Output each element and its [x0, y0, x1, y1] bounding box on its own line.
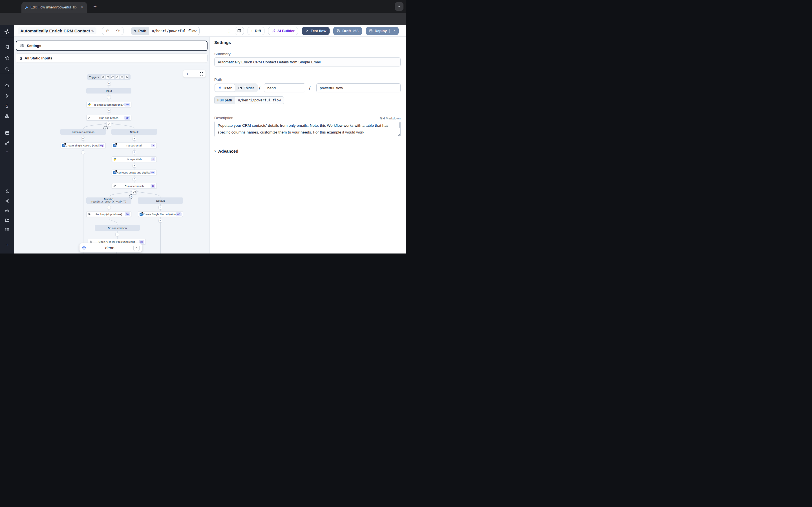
- typescript-deno-icon: TS: [140, 213, 143, 216]
- add-step-button[interactable]: +: [133, 164, 136, 168]
- add-step-button[interactable]: +: [107, 109, 111, 113]
- add-step-button[interactable]: +: [107, 95, 111, 99]
- dollar-icon: $: [20, 56, 22, 61]
- flow-node-ap[interactable]: Run one branch ap: [86, 115, 132, 121]
- close-icon[interactable]: ×: [133, 245, 140, 251]
- sidebar-item-add[interactable]: +: [0, 148, 14, 156]
- path-pill[interactable]: ✎ Path u/henri/powerful_flow: [131, 27, 200, 35]
- kafka-trigger-icon[interactable]: [115, 75, 119, 79]
- deploy-dropdown-chevron[interactable]: [389, 29, 395, 33]
- sidebar-expand-arrow-icon[interactable]: →: [0, 240, 14, 248]
- summary-input[interactable]: Automatically Enrich CRM Contact Details…: [214, 57, 401, 66]
- branch-header-default2[interactable]: Default: [138, 198, 183, 204]
- sidebar-item-workspace[interactable]: [0, 43, 14, 51]
- add-step-button[interactable]: +: [158, 206, 162, 209]
- typescript-deno-icon: TS: [113, 144, 116, 147]
- docs-book-button[interactable]: [235, 27, 244, 35]
- browser-tab[interactable]: Edit Flow u/henri/powerful_flo ×: [21, 2, 87, 13]
- settings-card-label: Settings: [27, 44, 41, 48]
- add-branch-button[interactable]: [106, 122, 111, 127]
- loop-icon: [88, 213, 91, 216]
- route-trigger-icon[interactable]: [110, 75, 114, 79]
- advanced-section-toggle[interactable]: › Advanced: [214, 148, 238, 154]
- add-branch-button[interactable]: [132, 189, 137, 194]
- add-step-button[interactable]: +: [107, 82, 111, 86]
- sidebar-item-runs[interactable]: [0, 92, 14, 100]
- user-toggle[interactable]: User: [215, 84, 235, 92]
- flow-node-a[interactable]: TS Parses email a: [112, 143, 157, 148]
- add-step-button[interactable]: +: [107, 206, 111, 209]
- all-static-inputs-card[interactable]: $ All Static Inputs: [16, 53, 207, 63]
- add-step-button[interactable]: +: [133, 151, 136, 154]
- sidebar-item-home[interactable]: [0, 81, 14, 90]
- step-id-badge: ap: [124, 116, 130, 120]
- ai-builder-button[interactable]: AI Builder: [268, 27, 298, 35]
- flow-name-input[interactable]: powerful_flow: [316, 83, 401, 93]
- draft-shortcut: ⌘S: [353, 29, 359, 33]
- windmill-logo[interactable]: [0, 27, 14, 36]
- sidebar-item-variables[interactable]: $: [0, 102, 14, 110]
- sidebar-item-logs[interactable]: [0, 225, 14, 234]
- branch-header-branch1[interactable]: Branch 1 results.c.some((x)=>x!=""): [86, 198, 132, 204]
- flow-node-an[interactable]: TS Create Single Record (Airtable) an: [138, 211, 183, 217]
- sidebar-item-routes[interactable]: [0, 138, 14, 147]
- tab-title: Edit Flow u/henri/powerful_flo: [31, 5, 80, 9]
- deno-debug-popup[interactable]: deno ×: [80, 243, 142, 252]
- description-textarea[interactable]: Populate your CRM contacts' details from…: [214, 121, 401, 137]
- sidebar-item-resources[interactable]: [0, 112, 14, 120]
- triggers-node[interactable]: Triggers: [87, 74, 131, 80]
- textarea-scrollbar[interactable]: [399, 122, 400, 128]
- diff-button[interactable]: ± Diff: [248, 27, 264, 35]
- undo-button[interactable]: ↶: [102, 27, 113, 35]
- sidebar-item-workers[interactable]: [0, 206, 14, 215]
- flow-node-ac[interactable]: For loop (skip failures) ac: [86, 211, 132, 217]
- test-flow-button[interactable]: Test flow: [302, 27, 329, 35]
- add-step-button[interactable]: +: [81, 151, 85, 154]
- flow-editor-toolbar: Automatically Enrich CRM Contact ✎ ↶ ↷ ✎…: [14, 25, 406, 37]
- deploy-button[interactable]: Deploy: [366, 27, 399, 35]
- flow-node-ao[interactable]: Is email a common one? ao: [86, 102, 132, 107]
- settings-card[interactable]: Settings: [16, 41, 207, 51]
- resize-handle[interactable]: [398, 134, 400, 136]
- tab-search-chevron-icon[interactable]: [395, 2, 403, 11]
- scheduled-poll-trigger-icon[interactable]: [124, 75, 129, 79]
- webhook-trigger-icon[interactable]: [101, 75, 105, 79]
- tab-close-icon[interactable]: ×: [80, 5, 85, 10]
- redo-button[interactable]: ↷: [113, 27, 123, 35]
- add-step-button[interactable]: +: [133, 137, 136, 140]
- add-step-button[interactable]: +: [133, 177, 136, 181]
- draft-button[interactable]: Draft ⌘S: [333, 27, 362, 35]
- flow-node-al[interactable]: Run one branch al: [112, 183, 157, 189]
- sidebar-item-folders[interactable]: [0, 216, 14, 224]
- flow-node-c[interactable]: Scrape Web c: [112, 156, 157, 162]
- branch-header-default[interactable]: Default: [111, 129, 157, 135]
- owner-input[interactable]: henri: [264, 83, 305, 93]
- sidebar-item-schedules[interactable]: [0, 128, 14, 137]
- more-options-icon[interactable]: ⋮: [227, 29, 231, 34]
- email-trigger-icon[interactable]: [120, 75, 124, 79]
- zoom-out-button[interactable]: −: [191, 71, 198, 77]
- zoom-in-button[interactable]: +: [184, 71, 191, 77]
- flow-node-ak[interactable]: TS Removes empty and duplicates ak: [112, 170, 157, 175]
- sidebar-item-users[interactable]: [0, 187, 14, 195]
- browser-toolbar: ← → app.windmill.dev/flows/edit/u/henri/…: [0, 13, 406, 25]
- sidebar-item-settings[interactable]: [0, 196, 14, 205]
- bug-icon: [82, 245, 86, 250]
- sidebar-item-favorites[interactable]: [0, 54, 14, 62]
- flow-node-aq[interactable]: TS Create Single Record (Airtable) aq: [61, 143, 106, 148]
- flow-node-do-one-iteration[interactable]: Do one iteration: [95, 225, 140, 231]
- fit-view-button[interactable]: [198, 71, 205, 77]
- schedule-trigger-icon[interactable]: [106, 75, 110, 79]
- folder-toggle[interactable]: Folder: [235, 84, 257, 92]
- sidebar-item-search[interactable]: [0, 65, 14, 73]
- add-step-button[interactable]: +: [115, 233, 119, 236]
- add-step-button[interactable]: +: [158, 219, 162, 223]
- flow-node-input[interactable]: Input: [86, 88, 132, 94]
- new-tab-button[interactable]: +: [91, 3, 99, 11]
- flow-graph-canvas[interactable]: + − Triggers + + + + + +: [14, 65, 209, 253]
- branch-header-domain-is-common[interactable]: domain is common: [60, 129, 106, 135]
- add-step-button[interactable]: +: [81, 137, 85, 140]
- python-icon: [113, 158, 116, 161]
- flow-title-field[interactable]: Automatically Enrich CRM Contact ✎: [18, 27, 96, 34]
- step-id-badge: ak: [150, 171, 155, 174]
